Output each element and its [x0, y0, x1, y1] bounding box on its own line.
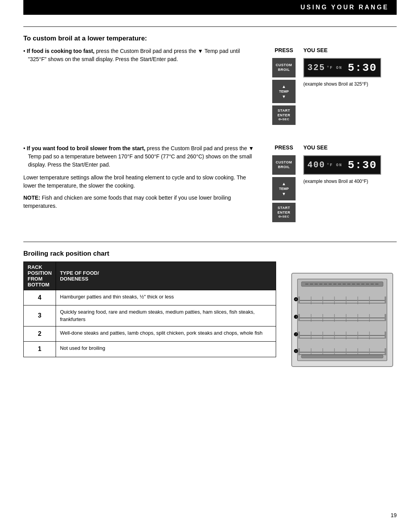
header-title: USING YOUR RANGE [301, 4, 389, 11]
left-column: If food is cooking too fast, press the C… [23, 47, 257, 137]
note2: NOTE: Fish and chicken are some foods th… [23, 194, 257, 210]
svg-text:❹: ❹ [294, 297, 298, 302]
custom-broil-label-2: BROIL [278, 68, 290, 72]
sec-label-2: Θ•SEC [278, 215, 289, 219]
section2-content: If you want food to broil slower from th… [23, 144, 397, 234]
page-number: 19 [390, 512, 397, 518]
start-label-2: START [278, 206, 290, 211]
custom-broil-label-3: CUSTOM [276, 160, 292, 165]
temp-button-2[interactable]: ▲ TEMP ▼ [272, 177, 296, 200]
table-row: 4Hamburger patties and thin steaks, ½" t… [24, 290, 276, 305]
svg-text:❸: ❸ [294, 314, 298, 320]
left-column-2: If you want food to broil slower from th… [23, 144, 257, 234]
svg-rect-25 [298, 314, 300, 321]
example-text-1: (example shows Broil at 325°F) [303, 81, 368, 87]
oven-svg: ❹ [288, 269, 397, 370]
rack-number-4: 1 [24, 342, 56, 357]
press-label-1: PRESS [275, 47, 293, 53]
temp-button-1[interactable]: ▲ TEMP ▼ [272, 80, 296, 103]
food-description-1: Hamburger patties and thin steaks, ½" th… [56, 290, 276, 305]
broiling-section: Broiling rack position chart RACK POSITI… [23, 250, 397, 372]
bullet1-text: If food is cooking too fast, press the C… [23, 47, 257, 63]
you-see-column-1: YOU SEE 325 °F ON 5:30 (example shows Br… [303, 47, 381, 87]
rack-number-1: 4 [24, 290, 56, 305]
temp-label-1: TEMP [279, 90, 289, 93]
svg-rect-37 [385, 332, 386, 339]
food-description-4: Not used for broiling [56, 342, 276, 357]
start-button-1[interactable]: START ENTER Θ•SEC [272, 105, 296, 125]
display-right-2: 5:30 [348, 159, 377, 171]
display-on-1: °F ON [327, 66, 342, 70]
table-row: 1Not used for broiling [24, 342, 276, 357]
food-description-3: Well-done steaks and patties, lamb chops… [56, 326, 276, 341]
press-label-2: PRESS [275, 144, 293, 151]
note1: Lower temperature settings allow the bro… [23, 174, 257, 190]
enter-label-1: ENTER [277, 113, 290, 118]
press-column-2: PRESS CUSTOM BROIL ▲ TEMP ▼ [272, 144, 296, 222]
rack-table: RACK POSITIONFROM BOTTOM TYPE OF FOOD/DO… [23, 261, 276, 357]
press-column-1: PRESS CUSTOM BROIL ▲ TEMP ▼ [272, 47, 296, 125]
header-bar: USING YOUR RANGE [23, 0, 397, 15]
svg-text:❷: ❷ [294, 332, 298, 337]
section1-title: To custom broil at a lower temperature: [23, 35, 397, 42]
display-right-1: 5:30 [348, 62, 377, 74]
display-left-2: 400 [308, 160, 326, 170]
svg-rect-36 [298, 332, 300, 339]
svg-rect-26 [385, 314, 386, 321]
press-section-1: PRESS CUSTOM BROIL ▲ TEMP ▼ [272, 47, 397, 125]
start-label-1: START [278, 109, 290, 113]
svg-rect-48 [385, 348, 386, 355]
right-column-1: PRESS CUSTOM BROIL ▲ TEMP ▼ [272, 47, 397, 137]
svg-rect-14 [298, 297, 300, 304]
col1-header: RACK POSITIONFROM BOTTOM [24, 262, 56, 290]
display-left-1: 325 [308, 63, 326, 73]
broiling-content: RACK POSITIONFROM BOTTOM TYPE OF FOOD/DO… [23, 261, 397, 372]
rack-number-2: 3 [24, 305, 56, 326]
custom-broil-button-1[interactable]: CUSTOM BROIL [272, 58, 296, 77]
press-section-2: PRESS CUSTOM BROIL ▲ TEMP ▼ [272, 144, 397, 222]
svg-rect-4 [301, 355, 383, 358]
start-button-2[interactable]: START ENTER Θ•SEC [272, 203, 296, 222]
temp-label-2: TEMP [279, 187, 289, 191]
temp-up-arrow-2: ▲ [282, 181, 286, 186]
display-screen-2: 400 °F ON 5:30 [303, 155, 381, 175]
note2-bold: NOTE: [23, 195, 40, 201]
display-screen-1: 325 °F ON 5:30 [303, 58, 381, 77]
temp-up-arrow-1: ▲ [282, 84, 286, 89]
you-see-label-2: YOU SEE [303, 144, 327, 151]
rack-number-3: 2 [24, 326, 56, 341]
bullet2-text: If you want food to broil slower from th… [23, 144, 257, 169]
broiling-title: Broiling rack position chart [23, 250, 397, 258]
bullet1-bold: If food is cooking too fast, [27, 48, 94, 54]
top-rule [23, 26, 397, 27]
you-see-column-2: YOU SEE 400 °F ON 5:30 (example shows Br… [303, 144, 381, 184]
bullet1: If food is cooking too fast, press the C… [23, 47, 257, 63]
custom-broil-label-1: CUSTOM [276, 63, 292, 68]
table-row: 2Well-done steaks and patties, lamb chop… [24, 326, 276, 341]
svg-rect-47 [298, 348, 300, 355]
section1-content: If food is cooking too fast, press the C… [23, 47, 397, 137]
enter-label-2: ENTER [277, 211, 290, 215]
svg-rect-15 [385, 297, 386, 304]
mid-rule [23, 242, 397, 242]
svg-text:❶: ❶ [294, 348, 298, 354]
col2-header: TYPE OF FOOD/DONENESS [56, 262, 276, 290]
display-on-2: °F ON [327, 163, 342, 167]
example-text-2: (example shows Broil at 400°F) [303, 179, 368, 184]
note2-text: Fish and chicken are some foods that may… [23, 195, 231, 209]
page: USING YOUR RANGE To custom broil at a lo… [0, 0, 420, 530]
custom-broil-label-4: BROIL [278, 165, 290, 170]
you-see-label-1: YOU SEE [303, 47, 327, 53]
table-row: 3Quickly searing food, rare and medium s… [24, 305, 276, 326]
bullet2: If you want food to broil slower from th… [23, 144, 257, 169]
right-column-2: PRESS CUSTOM BROIL ▲ TEMP ▼ [272, 144, 397, 234]
food-description-2: Quickly searing food, rare and medium st… [56, 305, 276, 326]
sec-label-1: Θ•SEC [278, 118, 289, 121]
temp-down-arrow-1: ▼ [282, 94, 286, 99]
bullet2-bold: If you want food to broil slower from th… [27, 145, 145, 151]
table-header-row: RACK POSITIONFROM BOTTOM TYPE OF FOOD/DO… [24, 262, 276, 290]
custom-broil-button-2[interactable]: CUSTOM BROIL [272, 155, 296, 175]
oven-diagram: ❹ [288, 269, 397, 372]
note1-text: Lower temperature settings allow the bro… [23, 174, 246, 189]
temp-down-arrow-2: ▼ [282, 191, 286, 196]
